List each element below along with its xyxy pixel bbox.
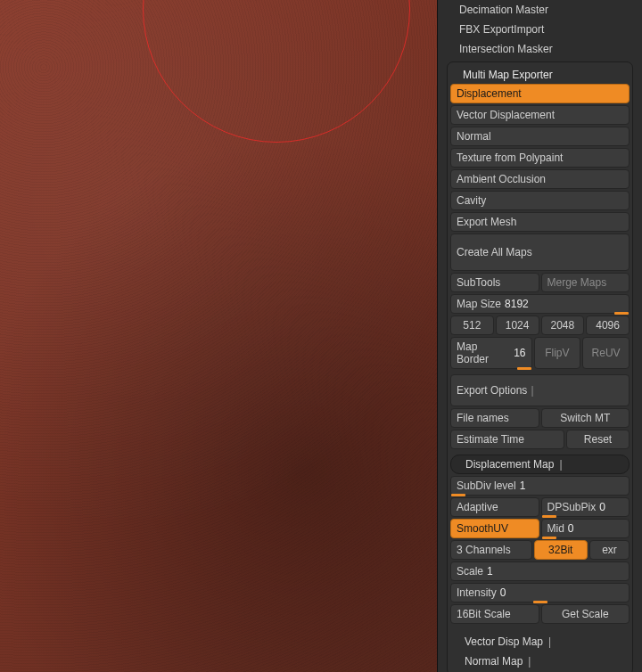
slider-thumb <box>542 515 556 518</box>
flipv-button[interactable]: FlipV <box>534 337 581 369</box>
three-channels-toggle[interactable]: 3 Channels <box>450 540 532 560</box>
scale-slider[interactable]: Scale 1 <box>450 561 630 581</box>
normal-map-label: Normal Map <box>465 655 523 668</box>
mid-label: Mid <box>547 522 564 535</box>
map-size-1024-button[interactable]: 1024 <box>496 316 539 335</box>
plugin-decimation-master[interactable]: Decimation Master <box>447 0 633 20</box>
map-border-label: Map Border <box>457 340 510 365</box>
file-names-button[interactable]: File names <box>450 408 539 428</box>
smoothuv-toggle[interactable]: SmoothUV <box>450 519 539 538</box>
map-border-value: 16 <box>514 347 525 359</box>
plugin-fbx-exportimport[interactable]: FBX ExportImport <box>447 20 633 39</box>
export-options-label: Export Options <box>457 384 527 397</box>
export-options-section[interactable]: Export Options | <box>450 374 630 406</box>
displacement-map-label: Displacement Map <box>465 458 554 471</box>
slider-thumb <box>517 367 531 370</box>
adaptive-toggle[interactable]: Adaptive <box>450 497 539 517</box>
map-size-value: 8192 <box>505 298 529 310</box>
16bit-scale-button[interactable]: 16Bit Scale <box>450 604 539 624</box>
mid-slider[interactable]: Mid 0 <box>541 519 630 538</box>
plugin-intersection-masker[interactable]: Intersection Masker <box>447 39 633 59</box>
viewport[interactable] <box>0 0 437 672</box>
subdiv-level-value: 1 <box>520 479 526 492</box>
slider-thumb <box>614 312 629 315</box>
exr-toggle[interactable]: exr <box>589 540 630 560</box>
get-scale-button[interactable]: Get Scale <box>541 604 630 624</box>
displacement-map-section[interactable]: Displacement Map | <box>450 455 630 474</box>
reuv-button[interactable]: ReUV <box>582 337 630 369</box>
intensity-value: 0 <box>500 586 506 599</box>
scale-value: 1 <box>487 565 493 578</box>
map-size-slider[interactable]: Map Size 8192 <box>450 294 630 314</box>
map-border-slider[interactable]: Map Border 16 <box>450 337 532 369</box>
vector-disp-map-label: Vector Disp Map <box>465 635 543 648</box>
map-size-512-button[interactable]: 512 <box>450 316 494 335</box>
subtools-button[interactable]: SubTools <box>450 273 539 292</box>
switch-mt-button[interactable]: Switch MT <box>541 408 630 428</box>
separator-bar: | <box>531 384 533 397</box>
32bit-toggle[interactable]: 32Bit <box>534 540 588 560</box>
displacement-toggle[interactable]: Displacement <box>450 84 630 103</box>
intensity-slider[interactable]: Intensity 0 <box>450 583 630 602</box>
dpsubpix-value: 0 <box>599 501 605 513</box>
intensity-label: Intensity <box>457 586 497 599</box>
separator-bar: | <box>548 635 551 648</box>
dpsubpix-slider[interactable]: DPSubPix 0 <box>541 497 630 517</box>
subdiv-level-slider[interactable]: SubDiv level 1 <box>450 476 630 496</box>
scale-label: Scale <box>457 565 483 578</box>
slider-thumb <box>542 537 556 539</box>
reset-button[interactable]: Reset <box>566 430 630 449</box>
subdiv-level-label: SubDiv level <box>457 479 516 492</box>
mid-value: 0 <box>568 522 574 535</box>
dpsubpix-label: DPSubPix <box>547 501 597 513</box>
map-size-2048-button[interactable]: 2048 <box>541 316 585 335</box>
multi-map-exporter-panel: Multi Map Exporter Displacement Vector D… <box>447 61 633 672</box>
ambient-occlusion-toggle[interactable]: Ambient Occlusion <box>450 169 630 189</box>
map-size-4096-button[interactable]: 4096 <box>586 316 630 335</box>
slider-thumb <box>451 494 465 496</box>
export-mesh-toggle[interactable]: Export Mesh <box>450 212 630 232</box>
create-all-maps-button[interactable]: Create All Maps <box>450 234 630 271</box>
estimate-time-button[interactable]: Estimate Time <box>450 430 564 449</box>
zplugin-panel: Decimation Master FBX ExportImport Inter… <box>437 0 642 672</box>
vector-displacement-toggle[interactable]: Vector Displacement <box>450 105 630 125</box>
map-size-label: Map Size <box>457 298 501 310</box>
normal-toggle[interactable]: Normal <box>450 127 630 146</box>
slider-thumb <box>533 601 547 603</box>
merge-maps-button[interactable]: Merge Maps <box>541 273 630 292</box>
separator-bar: | <box>528 655 531 668</box>
brush-circle <box>143 0 410 143</box>
vector-disp-map-section[interactable]: Vector Disp Map | <box>450 633 630 651</box>
texture-polypaint-toggle[interactable]: Texture from Polypaint <box>450 148 630 168</box>
separator-bar: | <box>559 458 562 471</box>
cavity-toggle[interactable]: Cavity <box>450 191 630 210</box>
normal-map-section[interactable]: Normal Map | <box>450 652 630 670</box>
multi-map-exporter-header[interactable]: Multi Map Exporter <box>450 65 630 84</box>
